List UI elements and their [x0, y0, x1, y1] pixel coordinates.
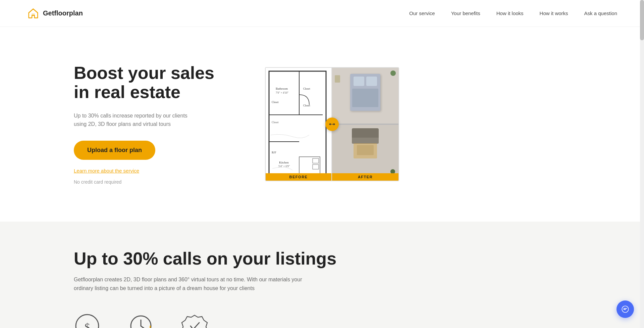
svg-text:7'0" × 4'10": 7'0" × 4'10" — [276, 91, 288, 94]
scrollbar-thumb[interactable] — [640, 0, 644, 40]
after-label: AFTER — [332, 173, 398, 181]
svg-text:Kitchen: Kitchen — [279, 161, 289, 164]
section2-title: Up to 30% calls on your listings — [74, 248, 617, 269]
nav-your-benefits[interactable]: Your benefits — [451, 10, 480, 16]
svg-text:R/F: R/F — [272, 151, 276, 154]
scrollbar-track[interactable] — [640, 0, 644, 328]
learn-more-link[interactable]: Learn more about the service — [74, 168, 218, 174]
chat-button[interactable] — [616, 300, 634, 318]
svg-rect-17 — [313, 158, 319, 163]
badge-check-icon — [181, 313, 208, 328]
upload-floor-plan-button[interactable]: Upload a floor plan — [74, 141, 155, 160]
sketch-svg: Bathroom 7'0" × 4'10" Closet Closet Clos… — [266, 68, 329, 181]
dollar-circle-icon: $ — [74, 313, 101, 328]
comparison-slider-button[interactable] — [325, 118, 339, 131]
svg-text:Closet: Closet — [303, 104, 310, 107]
no-credit-text: No credit card required — [74, 179, 121, 185]
hero-content: Boost your sales in real estate Up to 30… — [74, 63, 218, 185]
benefit-dollar: $ — [74, 313, 101, 328]
nav-ask-question[interactable]: Ask a question — [584, 10, 617, 16]
floor-plan-comparison: Bathroom 7'0" × 4'10" Closet Closet Clos… — [265, 67, 399, 181]
navbar: Getfloorplan Our service Your benefits H… — [0, 0, 644, 27]
hero-title: Boost your sales in real estate — [74, 63, 218, 102]
benefits-section: Up to 30% calls on your listings Getfloo… — [0, 222, 644, 328]
hero-section: Boost your sales in real estate Up to 30… — [0, 27, 644, 222]
svg-rect-18 — [313, 165, 319, 169]
floor-plan-before: Bathroom 7'0" × 4'10" Closet Closet Clos… — [266, 68, 332, 181]
logo-link[interactable]: Getfloorplan — [27, 7, 83, 20]
svg-text:Bathroom: Bathroom — [276, 87, 288, 90]
svg-point-25 — [622, 306, 629, 313]
benefits-icons-row: $ — [74, 313, 617, 328]
before-label: BEFORE — [266, 173, 331, 181]
nav-how-it-works[interactable]: How it works — [540, 10, 568, 16]
nav-how-it-looks[interactable]: How it looks — [496, 10, 524, 16]
svg-rect-16 — [299, 157, 320, 175]
svg-point-19 — [332, 124, 333, 125]
chat-icon — [621, 305, 630, 314]
nav-links: Our service Your benefits How it looks H… — [409, 10, 617, 16]
svg-text:$: $ — [85, 321, 90, 328]
logo-icon — [27, 7, 40, 20]
svg-rect-1 — [32, 13, 35, 16]
benefit-clock — [127, 313, 154, 328]
benefit-badge — [181, 313, 208, 328]
slider-arrows-icon — [329, 121, 335, 128]
hero-subtitle: Up to 30% calls increase reported by our… — [74, 111, 201, 129]
svg-line-24 — [141, 326, 146, 328]
nav-our-service[interactable]: Our service — [409, 10, 435, 16]
floor-plan-after: AFTER — [332, 68, 398, 181]
clock-icon — [127, 313, 154, 328]
svg-text:Closet: Closet — [272, 101, 279, 104]
svg-text:Closet: Closet — [272, 121, 279, 124]
brand-name: Getfloorplan — [43, 9, 83, 17]
svg-text:Closet: Closet — [303, 87, 310, 90]
section2-description: Getfloorplan creates 2D, 3D floor plans … — [74, 275, 315, 292]
